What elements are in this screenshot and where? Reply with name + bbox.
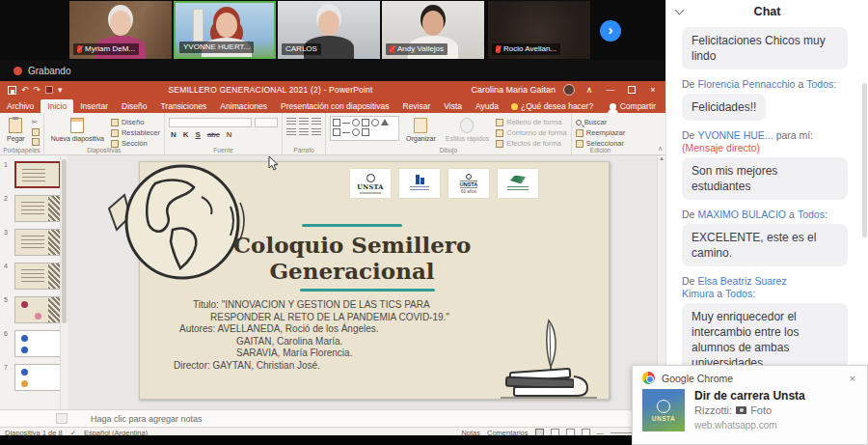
slide-thumbnail-5[interactable]: 5 — [4, 296, 66, 323]
ribbon: Pegar ✂ Portapapeles Nueva diapositiva — [0, 113, 665, 155]
video-tile-rocio[interactable]: Rocio Avellan... — [488, 1, 590, 59]
redo-icon[interactable]: ↷ — [34, 85, 41, 95]
tab-vista[interactable]: Vista — [437, 99, 469, 113]
group-label-slides: Diapositivas — [44, 147, 164, 153]
shape-fill-icon — [496, 119, 503, 126]
underline-button[interactable]: S — [194, 130, 203, 139]
save-icon[interactable] — [8, 86, 16, 95]
group-drawing: Organizar Estilos rápidos Relleno de for… — [326, 113, 572, 154]
shape-fill-label: Relleno de forma — [506, 118, 561, 126]
close-button[interactable]: × — [646, 85, 660, 95]
bold-button[interactable]: N — [169, 130, 178, 139]
record-addin-icon[interactable] — [45, 86, 53, 94]
thumb-ornament — [48, 297, 60, 322]
cut-icon[interactable]: ✂ — [32, 118, 40, 126]
align-right-icon[interactable] — [312, 128, 321, 136]
font-name-combobox[interactable] — [169, 118, 252, 127]
slide-thumbnail-panel: 1 2 3 4 5 — [0, 155, 68, 409]
tab-transiciones[interactable]: Transiciones — [153, 99, 213, 113]
tab-diseno[interactable]: Diseño — [115, 99, 153, 113]
shape-outline-button[interactable]: Contorno de forma — [496, 128, 567, 137]
new-slide-button[interactable]: Nueva diapositiva — [48, 116, 107, 145]
strikethrough-button[interactable]: abc — [205, 130, 222, 139]
notification-body[interactable]: UNSTA Dir de carrera Unsta Rizzotti: Fot… — [633, 387, 867, 433]
thumb-number: 2 — [4, 195, 12, 222]
restore-button[interactable] — [625, 85, 638, 95]
slide[interactable]: UNSTA UNSTA 60 años — [139, 161, 610, 400]
qat-customize-icon[interactable]: ▾ — [58, 85, 63, 95]
video-tile-myriam[interactable]: Myriam DeM... — [69, 1, 172, 59]
chat-message: DeMAXIMO BULACIOaTodos: EXCELENTE, este … — [682, 209, 854, 266]
notes-splitter-handle[interactable] — [56, 413, 68, 424]
bullets-icon[interactable] — [286, 118, 296, 125]
slide-thumbnail-6[interactable]: 6 — [4, 330, 66, 357]
arrange-button[interactable]: Organizar — [403, 116, 439, 145]
shape-fill-button[interactable]: Relleno de forma — [496, 118, 567, 126]
tab-archivo[interactable]: Archivo — [0, 99, 41, 113]
msg-prefix: De — [682, 78, 694, 90]
next-participants-button[interactable]: › — [600, 20, 621, 42]
thumb-number: 4 — [4, 263, 12, 290]
collapse-ribbon-icon[interactable]: ∧ — [658, 145, 663, 153]
participant-name-tag: Rocio Avellan... — [492, 43, 560, 55]
thumbnail-scrollbar[interactable] — [60, 155, 68, 409]
arrange-label: Organizar — [406, 135, 436, 143]
format-painter-icon[interactable] — [32, 138, 40, 146]
slide-thumbnail-7[interactable]: 7 — [4, 364, 66, 391]
notes-area[interactable]: Haga clic para agregar notas — [0, 409, 665, 427]
video-tile-carlos[interactable]: CARLOS — [278, 1, 380, 59]
slide-thumbnail-3[interactable]: 3 — [4, 229, 66, 256]
chat-scrollbar[interactable] — [862, 83, 867, 237]
chevron-down-icon[interactable] — [676, 8, 684, 15]
msg-sender: Florencia Pennacchio — [697, 78, 795, 90]
minimize-button[interactable]: — — [604, 85, 617, 95]
reset-button[interactable]: Restablecer — [111, 128, 160, 137]
new-slide-icon — [70, 118, 84, 133]
group-clipboard: Pegar ✂ Portapapeles — [0, 113, 44, 154]
font-color-button[interactable]: N — [225, 130, 234, 139]
align-center-icon[interactable] — [299, 128, 309, 136]
italic-button[interactable]: K — [181, 130, 191, 139]
message-bubble: EXCELENTE, este es el camino. — [682, 224, 848, 266]
share-button[interactable]: Compartir — [600, 99, 665, 113]
replace-button[interactable]: Reemplazar — [576, 128, 625, 137]
paste-button[interactable]: Pegar — [4, 116, 28, 145]
layout-button[interactable]: Diseño — [111, 118, 160, 126]
slide-thumbnail-4[interactable]: 4 — [4, 263, 66, 290]
group-label-editing: Edición — [572, 147, 629, 153]
chrome-notification[interactable]: Google Chrome × UNSTA Dir de carrera Uns… — [632, 365, 868, 445]
unsta-logo-subline — [360, 192, 381, 194]
find-button[interactable]: Buscar — [576, 118, 625, 126]
tab-insertar[interactable]: Insertar — [73, 99, 115, 113]
notification-close-button[interactable]: × — [848, 373, 857, 384]
font-size-combobox[interactable] — [255, 118, 278, 127]
tab-ayuda[interactable]: Ayuda — [469, 99, 505, 113]
copy-icon[interactable] — [32, 128, 40, 136]
slide-thumbnail-2[interactable]: 2 — [4, 195, 66, 222]
video-tile-andy[interactable]: Andy Vallejos — [382, 1, 484, 59]
tab-revisar[interactable]: Revisar — [396, 99, 438, 113]
tell-me-box[interactable]: ¿Qué desea hacer? — [505, 99, 599, 113]
video-tile-yvonne[interactable]: YVONNE HUERT... — [174, 1, 276, 59]
tab-inicio[interactable]: Inicio — [41, 99, 73, 113]
slide-thumbnail-1[interactable]: 1 — [4, 161, 66, 188]
align-left-icon[interactable] — [286, 128, 296, 136]
numbering-icon[interactable] — [299, 118, 309, 125]
message-bubble: Felicidades!! — [682, 94, 766, 121]
account-name[interactable]: Carolina Maria Gaitan — [471, 85, 556, 95]
ribbon-tabs: Archivo Inicio Insertar Diseño Transicio… — [0, 98, 665, 113]
notification-message: Rizzotti: Foto — [694, 403, 805, 417]
tab-presentacion[interactable]: Presentación con diapositivas — [274, 99, 395, 113]
ribbon-display-options-icon[interactable]: ∧ — [583, 85, 596, 95]
msg-recipient: Todos: — [806, 78, 836, 90]
window-title: SEMILLERO GENERACIONAL 2021 (2) - PowerP… — [70, 85, 472, 95]
tab-animaciones[interactable]: Animaciones — [213, 99, 274, 113]
slide-title[interactable]: Coloquio Semillero Generacional — [140, 232, 564, 284]
scroll-up-icon[interactable]: ▲ — [659, 155, 665, 161]
scrollbar-thumb[interactable] — [62, 159, 67, 323]
shapes-gallery[interactable] — [330, 116, 399, 141]
undo-icon[interactable]: ↶ — [21, 85, 29, 95]
quick-styles-button[interactable]: Estilos rápidos — [443, 116, 493, 145]
indent-icon[interactable] — [312, 118, 321, 125]
account-avatar[interactable] — [563, 84, 575, 96]
